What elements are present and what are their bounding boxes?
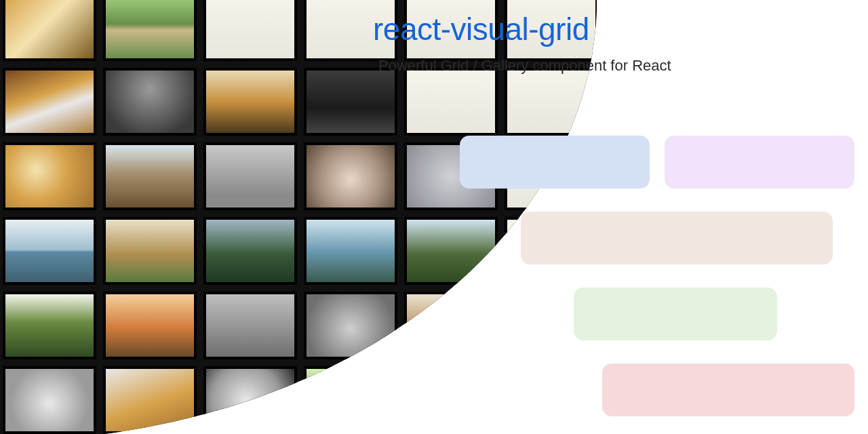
thumbnail-image — [5, 369, 94, 431]
thumbnail-fence — [203, 68, 297, 136]
thumbnail-image — [106, 369, 194, 431]
thumbnail-pinecones — [304, 292, 397, 359]
thumbnail-image — [307, 71, 395, 133]
thumbnail-image — [206, 0, 294, 58]
thumbnail-golden-field — [3, 0, 96, 61]
thumbnail-image — [206, 220, 294, 282]
thumbnail-path — [103, 0, 197, 61]
thumbnail-bench-bw — [203, 142, 297, 210]
thumbnail-wheat — [3, 292, 96, 359]
thumbnail-image — [407, 369, 495, 431]
thumbnail-image — [106, 0, 194, 58]
thumbnail-coast — [304, 217, 397, 285]
thumbnail-image — [106, 220, 194, 282]
pill-tan — [521, 212, 833, 264]
thumbnail-image — [5, 294, 94, 357]
thumbnail-image — [106, 71, 194, 133]
thumbnail-image — [407, 294, 495, 357]
thumbnail-park-bench — [203, 292, 297, 359]
thumbnail-dock — [103, 142, 197, 210]
thumbnail-image — [307, 145, 395, 208]
thumbnail-image — [407, 71, 495, 133]
thumbnail-image — [307, 220, 395, 282]
thumbnail-girl-sunglasses — [3, 142, 96, 210]
thumbnail-pale — [203, 0, 297, 61]
thumbnail-image — [407, 220, 495, 282]
thumbnail-image — [206, 71, 294, 133]
thumbnail-grass-close — [304, 366, 397, 434]
thumbnail-highway — [103, 68, 197, 136]
thumbnail-cat-nose — [304, 142, 397, 210]
thumbnail-image — [206, 145, 294, 208]
product-subtitle: Powerful Grid / Gallery component for Re… — [378, 57, 854, 75]
thumbnail-desk-tools — [505, 366, 597, 434]
thumbnail-image — [106, 294, 194, 357]
thumbnail-feet-bw — [3, 366, 96, 434]
copy-block: react-visual-grid Powerful Grid / Galler… — [373, 11, 854, 75]
thumbnail-laptop-desk — [103, 366, 197, 434]
thumbnail-image — [307, 369, 395, 431]
thumbnail-blank-e — [505, 68, 597, 136]
thumbnail-laptop-person — [3, 68, 96, 136]
pill-pink — [602, 363, 854, 416]
pill-purple — [665, 136, 854, 189]
thumbnail-image — [5, 220, 94, 282]
hero-banner: react-visual-grid Powerful Grid / Galler… — [0, 0, 868, 434]
pill-green — [574, 288, 777, 340]
thumbnail-image — [507, 369, 595, 431]
thumbnail-vinyl — [203, 366, 297, 434]
thumbnail-image — [5, 71, 94, 133]
thumbnail-skyline — [304, 68, 397, 136]
thumbnail-image — [106, 145, 194, 208]
thumbnail-image — [307, 294, 395, 357]
thumbnail-image — [5, 0, 94, 58]
thumbnail-sea-horizon — [3, 217, 96, 285]
thumbnail-image — [507, 71, 595, 133]
thumbnail-image — [5, 145, 94, 208]
thumbnail-green-field — [404, 217, 498, 285]
thumbnail-dunes — [103, 217, 197, 285]
thumbnail-sunset-hills — [103, 292, 197, 359]
product-title: react-visual-grid — [373, 11, 854, 47]
thumbnail-image — [206, 294, 294, 357]
thumbnail-forest-lake — [203, 217, 297, 285]
thumbnail-pier — [404, 292, 498, 359]
thumbnail-blank-d — [404, 68, 498, 136]
thumbnail-hands-typing — [404, 366, 498, 434]
pill-blue — [460, 136, 650, 189]
thumbnail-image — [206, 369, 294, 431]
